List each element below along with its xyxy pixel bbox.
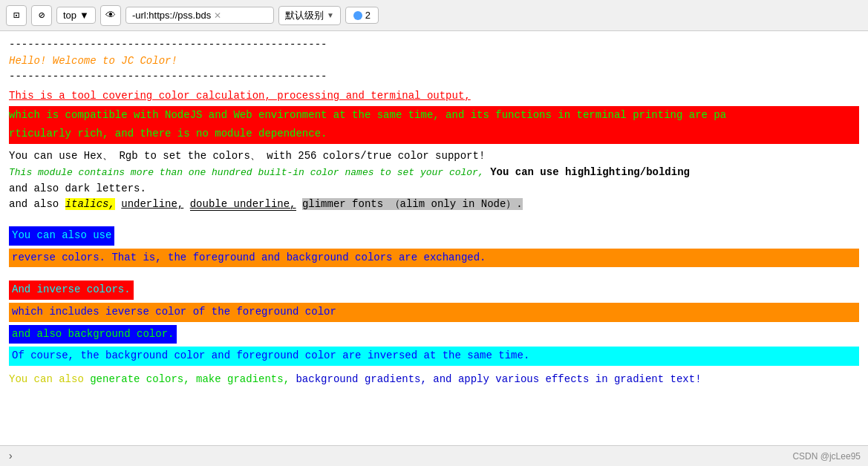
- url-bar[interactable]: -url:https://pss.bds ✕: [125, 7, 274, 24]
- url-value: -url:https://pss.bds: [132, 10, 211, 21]
- divider-2: ----------------------------------------…: [9, 69, 859, 85]
- new-tab-button[interactable]: ⊡: [6, 5, 27, 26]
- and-also-dark-line: and also dark letters.: [9, 181, 859, 197]
- inverse-orange-container: which includes ieverse color of the fore…: [9, 303, 859, 322]
- inverse-cyan-line: Of course, the background color and fore…: [9, 347, 859, 366]
- blue-bg-container: You can also use: [9, 219, 859, 246]
- hello-line: Hello! Welcome to JC Color!: [9, 53, 859, 70]
- bold-text: You can use highlighting/bolding: [490, 166, 690, 178]
- inverse-cyan-container: Of course, the background color and fore…: [9, 347, 859, 366]
- italics-text: italics,: [65, 198, 115, 210]
- inverse-red-container: And inverse colors.: [9, 273, 859, 300]
- gradient-line: You can also generate colors, make gradi…: [9, 372, 859, 388]
- reverse-line-container: reverse colors. That is, the foreground …: [9, 249, 859, 268]
- content-area: ----------------------------------------…: [0, 31, 868, 432]
- badge-button[interactable]: 2: [345, 7, 379, 24]
- clear-url-button[interactable]: ✕: [214, 10, 221, 21]
- and-also-text: and also: [9, 198, 59, 210]
- glimmer-text: glimmer fonts （alim only in Node）.: [302, 198, 523, 210]
- blue-bg-line: You can also use: [9, 226, 114, 246]
- block-icon: ⊘: [39, 9, 45, 22]
- gradient-text-blue: background gradients, and apply various …: [296, 373, 701, 385]
- reverse-line: reverse colors. That is, the foreground …: [9, 249, 859, 268]
- green-italic-text: This module contains more than one hundr…: [9, 167, 484, 178]
- divider-1: ----------------------------------------…: [9, 37, 859, 53]
- gradient-text-yellow: You can also: [9, 373, 90, 385]
- inverse-blue-bg-text: and also background color.: [9, 325, 177, 344]
- observe-icon: 👁: [105, 10, 116, 22]
- top-dropdown[interactable]: top ▼: [56, 7, 96, 24]
- highlight-block: which is compatible with NodeJS and Web …: [9, 106, 859, 144]
- highlight-line-1: which is compatible with NodeJS and Web …: [9, 106, 859, 125]
- chevron-down-icon: ▼: [79, 10, 89, 21]
- green-italic-line: This module contains more than one hundr…: [9, 165, 859, 181]
- double-underline-text: double underline,: [190, 198, 296, 211]
- level-dropdown[interactable]: 默认级别 ▼: [278, 6, 341, 25]
- badge-dot-icon: [353, 11, 362, 20]
- level-label: 默认级别: [285, 9, 324, 22]
- chevron-down-icon: ▼: [327, 11, 334, 19]
- inverse-red-text: And inverse colors.: [9, 280, 134, 300]
- inverse-blue-container: and also background color.: [9, 322, 859, 344]
- tool-line: This is a tool covering color calculatio…: [9, 88, 859, 105]
- toolbar: ⊡ ⊘ top ▼ 👁 -url:https://pss.bds ✕ 默认级别 …: [0, 0, 868, 31]
- observe-button[interactable]: 👁: [100, 5, 121, 26]
- inverse-orange-line: which includes ieverse color of the fore…: [9, 303, 859, 322]
- normal-line-1: You can use Hex、 Rgb to set the colors、 …: [9, 148, 859, 165]
- underline-text: underline,: [121, 198, 183, 210]
- highlight-line-2: rticularly rich, and there is no module …: [9, 125, 859, 144]
- and-also-line: and also italics, underline, double unde…: [9, 197, 859, 213]
- tool-line-text: This is a tool covering color calculatio…: [9, 90, 471, 102]
- new-tab-icon: ⊡: [13, 9, 19, 22]
- badge-count: 2: [365, 10, 371, 21]
- top-label: top: [63, 10, 76, 21]
- block-button[interactable]: ⊘: [31, 5, 52, 26]
- gradient-text-green: generate colors, make gradients,: [90, 373, 296, 385]
